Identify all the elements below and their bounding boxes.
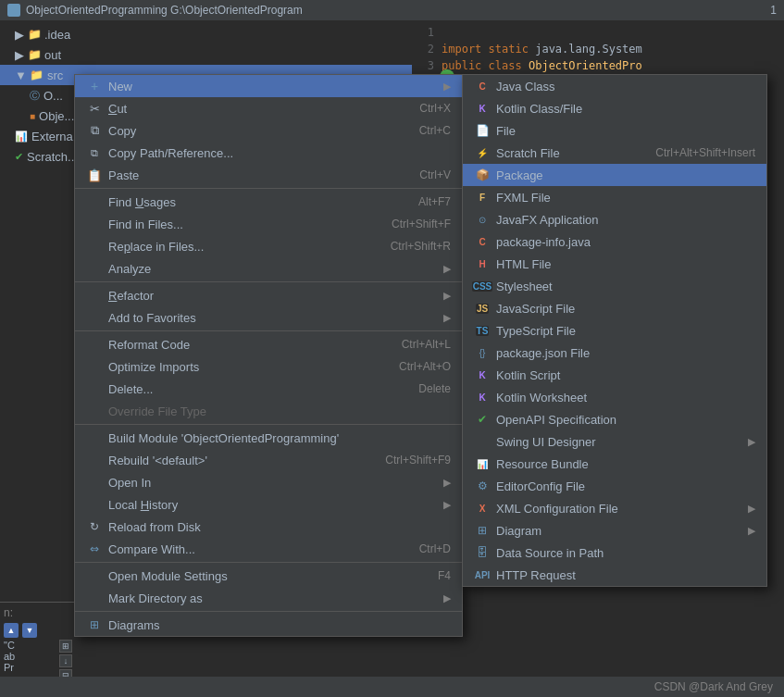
menu-item-favorites[interactable]: Add to Favorites ▶ bbox=[75, 306, 462, 329]
ts-icon: TS bbox=[474, 322, 491, 339]
menu-item-mark-dir[interactable]: Mark Directory as ▶ bbox=[75, 587, 462, 609]
line-numbers: 1 2 3 bbox=[412, 24, 440, 74]
submenu-ts[interactable]: TS TypeScript File bbox=[463, 319, 766, 342]
submenu-kotlin-script[interactable]: K Kotlin Script bbox=[463, 364, 766, 386]
mark-dir-icon bbox=[86, 590, 103, 606]
submenu-package-info[interactable]: C package-info.java bbox=[463, 230, 766, 253]
submenu-scratch-file-label: Scratch File bbox=[496, 146, 637, 160]
menu-item-compare-label: Compare With... bbox=[108, 542, 401, 556]
optimize-icon bbox=[86, 358, 103, 375]
submenu-file[interactable]: 📄 File bbox=[463, 119, 766, 142]
css-icon: CSS bbox=[474, 278, 491, 294]
menu-item-reload[interactable]: ↻ Reload from Disk bbox=[75, 516, 462, 538]
reformat-shortcut: Ctrl+Alt+L bbox=[402, 338, 451, 351]
ide-background: ObjectOrientedProgramming G:\ObjectOrien… bbox=[0, 0, 784, 697]
submenu-kotlin-worksheet[interactable]: K Kotlin Worksheet bbox=[463, 386, 766, 408]
new-arrow: ▶ bbox=[443, 81, 451, 93]
submenu-scratch-file[interactable]: ⚡ Scratch File Ctrl+Alt+Shift+Insert bbox=[463, 142, 766, 164]
submenu-html[interactable]: H HTML File bbox=[463, 253, 766, 275]
submenu-swing[interactable]: Swing UI Designer ▶ bbox=[463, 430, 766, 453]
separator-6 bbox=[75, 611, 462, 612]
submenu-java-class[interactable]: C Java Class bbox=[463, 75, 766, 97]
separator-2 bbox=[75, 281, 462, 282]
diagram-icon: ⊞ bbox=[474, 522, 491, 539]
submenu-fxml[interactable]: F FXML File bbox=[463, 186, 766, 208]
bottom-bar: CSDN @Dark And Grey bbox=[0, 677, 784, 697]
menu-item-new[interactable]: + New ▶ bbox=[75, 75, 462, 97]
submenu-package[interactable]: 📦 Package bbox=[463, 164, 766, 186]
menu-item-paste[interactable]: 📋 Paste Ctrl+V bbox=[75, 164, 462, 186]
bottom-panel-controls: ▲ ▼ bbox=[4, 623, 70, 638]
submenu-resource-bundle-label: Resource Bundle bbox=[496, 457, 755, 471]
menu-item-copy-path[interactable]: ⧉ Copy Path/Reference... bbox=[75, 142, 462, 164]
paste-icon: 📋 bbox=[86, 167, 103, 183]
find-usages-shortcut: Alt+F7 bbox=[418, 195, 451, 208]
resource-bundle-icon: 📊 bbox=[474, 455, 491, 472]
submenu-http-request[interactable]: API HTTP Request bbox=[463, 564, 766, 586]
package-info-icon: C bbox=[474, 233, 491, 250]
submenu-kotlin-script-label: Kotlin Script bbox=[496, 368, 755, 382]
package-icon: 📦 bbox=[474, 167, 491, 183]
menu-item-find-usages[interactable]: Find Usages Alt+F7 bbox=[75, 191, 462, 213]
cut-icon: ✂ bbox=[86, 100, 103, 117]
submenu-css[interactable]: CSS Stylesheet bbox=[463, 275, 766, 297]
menu-item-module-settings[interactable]: Open Module Settings F4 bbox=[75, 565, 462, 587]
menu-item-build-module[interactable]: Build Module 'ObjectOrientedProgramming' bbox=[75, 427, 462, 449]
panel-btn1[interactable]: ⊞ bbox=[59, 640, 72, 653]
refactor-icon bbox=[86, 287, 103, 304]
local-history-arrow: ▶ bbox=[443, 499, 451, 511]
submenu-javafx[interactable]: ⊙ JavaFX Application bbox=[463, 208, 766, 230]
submenu-css-label: Stylesheet bbox=[496, 280, 755, 293]
module-settings-shortcut: F4 bbox=[438, 569, 451, 582]
submenu-resource-bundle[interactable]: 📊 Resource Bundle bbox=[463, 453, 766, 475]
reformat-icon bbox=[86, 336, 103, 353]
sidebar-item-idea[interactable]: ▶ 📁 .idea bbox=[0, 24, 412, 44]
menu-item-compare[interactable]: ⇔ Compare With... Ctrl+D bbox=[75, 538, 462, 560]
menu-item-reformat-label: Reformat Code bbox=[108, 338, 383, 352]
submenu-json-label: package.json File bbox=[496, 346, 755, 360]
up-button[interactable]: ▲ bbox=[4, 623, 19, 638]
menu-item-local-history-label: Local History bbox=[108, 498, 436, 512]
submenu-datasource-label: Data Source in Path bbox=[496, 546, 755, 560]
menu-item-open-in[interactable]: Open In ▶ bbox=[75, 471, 462, 493]
submenu-diagram[interactable]: ⊞ Diagram ▶ bbox=[463, 519, 766, 541]
down-button[interactable]: ▼ bbox=[22, 623, 37, 638]
menu-item-rebuild-label: Rebuild '<default>' bbox=[108, 454, 367, 467]
submenu-editorconfig[interactable]: ⚙ EditorConfig File bbox=[463, 475, 766, 497]
menu-item-optimize[interactable]: Optimize Imports Ctrl+Alt+O bbox=[75, 355, 462, 378]
panel-btn2[interactable]: ↓ bbox=[59, 654, 72, 667]
menu-item-find-usages-label: Find Usages bbox=[108, 195, 400, 209]
submenu-datasource[interactable]: 🗄 Data Source in Path bbox=[463, 541, 766, 564]
menu-item-diagrams-label: Diagrams bbox=[108, 618, 451, 632]
menu-item-find-files[interactable]: Find in Files... Ctrl+Shift+F bbox=[75, 213, 462, 235]
top-bar-title: ObjectOrientedProgramming G:\ObjectOrien… bbox=[26, 4, 303, 17]
menu-item-cut[interactable]: ✂ Cut Ctrl+X bbox=[75, 97, 462, 119]
menu-item-reformat[interactable]: Reformat Code Ctrl+Alt+L bbox=[75, 333, 462, 355]
copy-path-icon: ⧉ bbox=[86, 144, 103, 161]
submenu-js[interactable]: JS JavaScript File bbox=[463, 297, 766, 319]
menu-item-refactor[interactable]: Refactor ▶ bbox=[75, 284, 462, 306]
menu-item-replace-files[interactable]: Replace in Files... Ctrl+Shift+R bbox=[75, 235, 462, 257]
sidebar-label-obje: Obje... bbox=[39, 109, 74, 123]
xml-config-icon: X bbox=[474, 500, 491, 517]
menu-item-replace-files-label: Replace in Files... bbox=[108, 240, 372, 254]
compare-icon: ⇔ bbox=[86, 541, 103, 557]
menu-item-local-history[interactable]: Local History ▶ bbox=[75, 493, 462, 516]
cut-shortcut: Ctrl+X bbox=[419, 102, 451, 115]
menu-item-analyze[interactable]: Analyze ▶ bbox=[75, 257, 462, 280]
menu-item-reload-label: Reload from Disk bbox=[108, 520, 451, 534]
menu-item-copy[interactable]: ⧉ Copy Ctrl+C bbox=[75, 119, 462, 142]
submenu-json[interactable]: {} package.json File bbox=[463, 342, 766, 364]
separator-4 bbox=[75, 424, 462, 425]
new-icon: + bbox=[86, 78, 103, 94]
menu-item-paste-label: Paste bbox=[108, 168, 401, 182]
sidebar-item-out[interactable]: ▶ 📁 out bbox=[0, 44, 412, 65]
submenu-xml-config[interactable]: X XML Configuration File ▶ bbox=[463, 497, 766, 519]
menu-item-diagrams[interactable]: ⊞ Diagrams bbox=[75, 614, 462, 636]
menu-item-delete[interactable]: Delete... Delete bbox=[75, 378, 462, 400]
submenu-openapi[interactable]: ✔ OpenAPI Specification bbox=[463, 408, 766, 430]
javafx-icon: ⊙ bbox=[474, 211, 491, 228]
menu-item-refactor-label: Refactor bbox=[108, 289, 436, 303]
submenu-kotlin-class[interactable]: K Kotlin Class/File bbox=[463, 97, 766, 119]
menu-item-rebuild[interactable]: Rebuild '<default>' Ctrl+Shift+F9 bbox=[75, 449, 462, 471]
